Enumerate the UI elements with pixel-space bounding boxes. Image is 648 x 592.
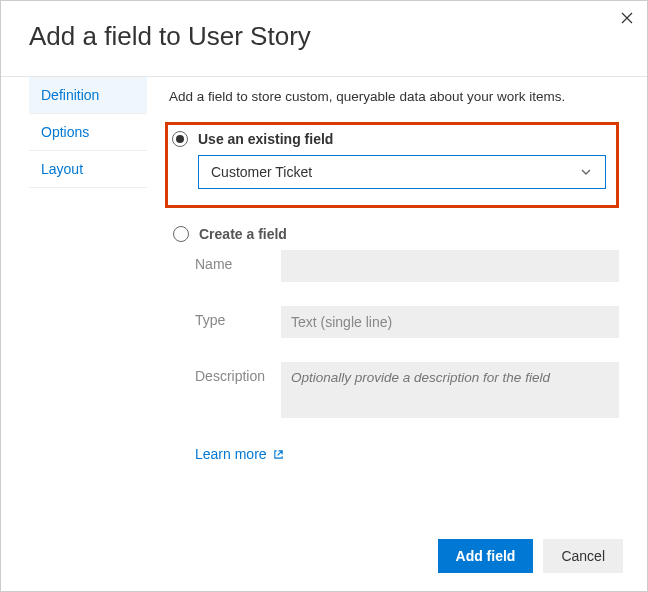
close-icon[interactable] <box>621 11 633 27</box>
sidebar: Definition Options Layout <box>29 77 147 462</box>
radio-use-existing[interactable] <box>172 131 188 147</box>
learn-more-label: Learn more <box>195 446 267 462</box>
add-field-button[interactable]: Add field <box>438 539 534 573</box>
radio-create-field[interactable] <box>173 226 189 242</box>
radio-create-field-label: Create a field <box>199 226 287 242</box>
type-input[interactable] <box>281 306 619 338</box>
type-label: Type <box>195 306 281 328</box>
content-panel: Add a field to store custom, queryable d… <box>147 77 619 462</box>
name-input[interactable] <box>281 250 619 282</box>
name-label: Name <box>195 250 281 272</box>
existing-field-dropdown[interactable]: Customer Ticket <box>198 155 606 189</box>
dropdown-selected-value: Customer Ticket <box>211 164 312 180</box>
description-textarea[interactable] <box>281 362 619 418</box>
description-label: Description <box>195 362 281 384</box>
learn-more-link[interactable]: Learn more <box>195 446 619 462</box>
external-link-icon <box>273 449 284 460</box>
dialog-footer: Add field Cancel <box>438 539 623 573</box>
tab-definition[interactable]: Definition <box>29 77 147 114</box>
create-field-section: Create a field Name Type Description <box>169 226 619 418</box>
chevron-down-icon <box>579 165 593 179</box>
tab-options[interactable]: Options <box>29 114 147 151</box>
radio-use-existing-label: Use an existing field <box>198 131 333 147</box>
cancel-button[interactable]: Cancel <box>543 539 623 573</box>
dialog-title: Add a field to User Story <box>1 1 647 77</box>
tab-layout[interactable]: Layout <box>29 151 147 188</box>
existing-field-section: Use an existing field Customer Ticket <box>165 122 619 208</box>
intro-text: Add a field to store custom, queryable d… <box>169 89 619 104</box>
